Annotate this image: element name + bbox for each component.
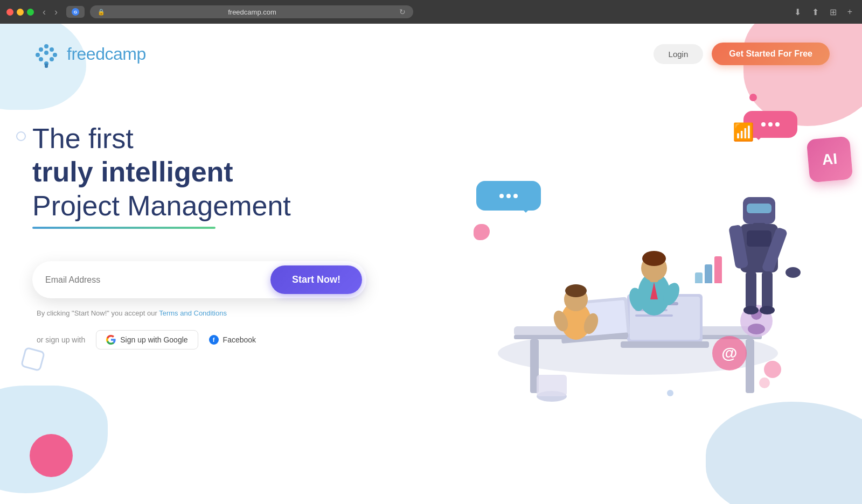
desk-illustration-svg: @ — [455, 143, 821, 412]
svg-point-56 — [785, 267, 801, 278]
nav-buttons: ‹ › — [39, 5, 61, 19]
logo-area: freedcamp — [32, 40, 146, 68]
email-form: Start Now! — [32, 261, 366, 298]
download-button[interactable]: ⬇ — [791, 6, 804, 18]
svg-point-48 — [759, 377, 770, 388]
start-now-button[interactable]: Start Now! — [270, 265, 362, 294]
maximize-button[interactable] — [27, 9, 34, 16]
svg-point-0 — [44, 44, 48, 48]
url-text: freedcamp.com — [109, 8, 395, 16]
hero-illustration: 📶 AI — [471, 111, 830, 412]
svg-text:@: @ — [721, 344, 737, 362]
social-signup: or sign up with Sign up with Google f Fa… — [32, 330, 471, 349]
google-icon — [106, 335, 116, 345]
svg-point-2 — [50, 47, 54, 52]
illustration-area: 📶 AI — [471, 89, 862, 412]
navbar: freedcamp Login Get Started For Free — [0, 24, 862, 79]
back-button[interactable]: ‹ — [39, 5, 49, 19]
email-input[interactable] — [45, 275, 270, 285]
svg-point-47 — [764, 361, 781, 378]
svg-rect-50 — [747, 230, 771, 247]
login-button[interactable]: Login — [654, 44, 704, 64]
svg-rect-52 — [747, 204, 771, 213]
hero-line1: The first — [32, 122, 471, 155]
svg-point-4 — [44, 51, 48, 55]
or-text: or sign up with — [37, 335, 85, 344]
hero-section: The first truly intelligent Project Mana… — [0, 79, 862, 434]
google-signup-button[interactable]: Sign up with Google — [96, 330, 198, 349]
svg-rect-16 — [537, 375, 567, 396]
bubble-dot-2 — [768, 122, 773, 127]
svg-point-60 — [760, 306, 775, 314]
browser-chrome: ‹ › G 🔒 freedcamp.com ↻ ⬇ ⬆ ⊞ + — [0, 0, 862, 24]
svg-point-3 — [36, 53, 40, 57]
tabs-button[interactable]: ⊞ — [826, 6, 840, 18]
svg-rect-53 — [753, 223, 766, 228]
wifi-icon: 📶 — [733, 122, 754, 142]
lock-icon: 🔒 — [98, 9, 105, 16]
reload-button[interactable]: ↻ — [399, 8, 406, 16]
logo-text: freedcamp — [67, 44, 146, 64]
close-button[interactable] — [6, 9, 13, 16]
form-terms: By clicking "Start Now!" you accept our … — [32, 309, 471, 317]
svg-point-31 — [565, 284, 587, 297]
new-tab-button[interactable]: + — [844, 6, 856, 18]
hero-title: The first truly intelligent Project Mana… — [32, 122, 471, 229]
hero-content: The first truly intelligent Project Mana… — [32, 111, 471, 349]
svg-rect-24 — [621, 341, 709, 348]
svg-point-38 — [642, 251, 666, 266]
hero-line3: Project Management — [32, 189, 471, 222]
svg-point-5 — [53, 53, 57, 57]
tab-favicon: G — [72, 8, 79, 16]
svg-rect-58 — [762, 271, 773, 309]
facebook-icon: f — [209, 335, 219, 345]
svg-point-1 — [39, 47, 43, 52]
hero-line2: truly intelligent — [32, 155, 471, 188]
svg-rect-9 — [45, 64, 48, 68]
minimize-button[interactable] — [17, 9, 24, 16]
bubble-dot-3 — [775, 122, 780, 127]
terms-link[interactable]: Terms and Conditions — [159, 309, 227, 317]
facebook-signup-button[interactable]: f Facebook — [209, 335, 256, 345]
hero-underline — [32, 227, 215, 229]
svg-point-7 — [50, 57, 54, 61]
address-bar[interactable]: 🔒 freedcamp.com ↻ — [90, 5, 413, 18]
logo-icon — [32, 40, 60, 68]
bubble-dot-1 — [761, 122, 766, 127]
svg-point-6 — [39, 57, 43, 61]
nav-actions: Login Get Started For Free — [654, 43, 830, 65]
page: freedcamp Login Get Started For Free The… — [0, 24, 862, 504]
share-button[interactable]: ⬆ — [809, 6, 822, 18]
svg-rect-14 — [746, 339, 754, 393]
traffic-lights — [6, 9, 34, 16]
browser-tab[interactable]: G — [66, 6, 85, 18]
tab-bar: G — [66, 6, 85, 18]
svg-rect-57 — [746, 271, 756, 309]
decoration-circle-pink — [30, 434, 73, 477]
svg-point-46 — [748, 324, 765, 334]
svg-point-59 — [743, 306, 759, 314]
forward-button[interactable]: › — [51, 5, 61, 19]
get-started-button[interactable]: Get Started For Free — [712, 43, 830, 65]
browser-toolbar: ⬇ ⬆ ⊞ + — [791, 6, 856, 18]
